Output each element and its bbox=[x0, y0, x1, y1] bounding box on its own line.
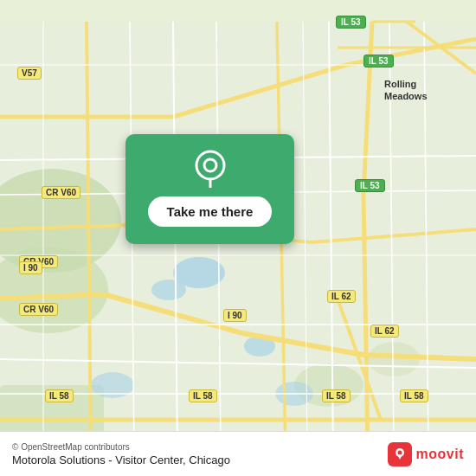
cta-card: Take me there bbox=[125, 134, 294, 244]
road-label-il53-top1: IL 53 bbox=[336, 16, 366, 29]
bottom-bar: © OpenStreetMap contributors Motorola So… bbox=[0, 431, 476, 476]
road-label-il62-bot: IL 62 bbox=[370, 325, 399, 338]
road-label-il58-left: IL 58 bbox=[45, 389, 74, 402]
svg-point-46 bbox=[196, 151, 224, 179]
svg-point-51 bbox=[397, 450, 402, 454]
take-me-there-button[interactable]: Take me there bbox=[148, 196, 273, 227]
road-label-crv60-top: CR V60 bbox=[42, 186, 80, 199]
place-label-rolling-meadows: RollingMeadows bbox=[384, 78, 428, 103]
osm-attribution: © OpenStreetMap contributors bbox=[12, 442, 230, 452]
location-pin-icon bbox=[191, 150, 229, 188]
moovit-app-icon bbox=[388, 442, 412, 466]
moovit-logo: moovit bbox=[388, 442, 464, 466]
road-label-i90-left: I 90 bbox=[19, 261, 42, 274]
road-label-il58-right1: IL 58 bbox=[322, 389, 351, 402]
bottom-left-info: © OpenStreetMap contributors Motorola So… bbox=[12, 442, 230, 466]
road-label-il53-top2: IL 53 bbox=[363, 55, 394, 68]
road-label-il53-mid: IL 53 bbox=[355, 179, 385, 192]
road-label-il58-mid: IL 58 bbox=[189, 389, 217, 402]
map-container: V57 CR V60 CR V60 CR V60 I 90 I 90 IL 58… bbox=[0, 0, 476, 476]
location-name: Motorola Solutions - Visitor Center, Chi… bbox=[12, 453, 230, 466]
moovit-brand-name: moovit bbox=[416, 447, 464, 462]
road-label-i90-right: I 90 bbox=[223, 309, 247, 322]
svg-point-7 bbox=[151, 280, 186, 300]
road-label-il62-top: IL 62 bbox=[327, 290, 356, 303]
svg-point-47 bbox=[204, 159, 216, 171]
road-label-crv60-bot: CR V60 bbox=[19, 303, 58, 316]
road-label-v57: V57 bbox=[17, 67, 42, 80]
road-label-il58-right2: IL 58 bbox=[400, 389, 428, 402]
